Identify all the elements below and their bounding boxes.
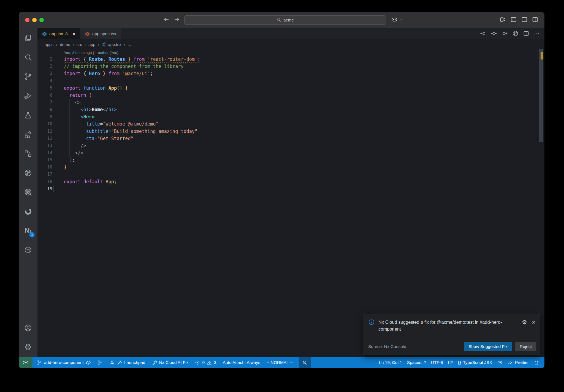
toggle-panel-button[interactable] <box>521 16 528 24</box>
back-button[interactable] <box>163 17 169 24</box>
show-suggested-fix-button[interactable]: Show Suggested Fix <box>464 342 512 351</box>
code-line-18: 18export default App; <box>37 178 544 186</box>
command-center-search[interactable]: acme <box>184 15 386 25</box>
code-line-19: 19 <box>37 185 544 193</box>
close-tab-icon[interactable]: ✕ <box>72 31 76 37</box>
code-line-5: 5export function App() { <box>37 85 544 92</box>
activity-item-project-graph[interactable] <box>19 163 37 183</box>
breadcrumb-label: demo <box>60 42 70 47</box>
status-label: Launchpad <box>124 360 145 365</box>
activity-item-run-and-debug[interactable] <box>19 86 37 105</box>
remote-indicator[interactable]: >< <box>19 357 32 368</box>
codelens[interactable]: You, 3 hours ago | 1 author (You) <box>64 51 118 55</box>
status-auto-attach[interactable]: Auto Attach: Always <box>220 357 263 368</box>
branch-icon <box>97 360 103 365</box>
tab-app.tsx[interactable]: app.tsx3✕ <box>37 28 80 39</box>
line-number: 7 <box>37 99 52 106</box>
split-editor-button[interactable] <box>523 30 529 38</box>
rocket-icon <box>109 360 115 365</box>
history-nav <box>163 12 180 28</box>
status-label: 3 <box>214 360 216 365</box>
open-changes-button[interactable] <box>491 30 497 38</box>
window-controls <box>25 18 44 22</box>
breadcrumb-item--[interactable]: ... <box>128 42 131 47</box>
gitlens-file-graph-button[interactable] <box>512 30 519 38</box>
status-language-mode[interactable]: {}TypeScript JSX <box>455 357 495 368</box>
breadcrumb[interactable]: apps›demo›src›app›app.tsx›... <box>37 39 544 49</box>
traffic-light-minimize[interactable] <box>32 18 37 22</box>
breadcrumb-item-apps[interactable]: apps <box>45 42 54 47</box>
scrollbar-thumb[interactable] <box>539 49 543 142</box>
status-cursor-position[interactable]: Ln 19, Col 1 <box>376 357 405 368</box>
breadcrumb-label: ... <box>128 42 131 47</box>
breadcrumb-item-src[interactable]: src <box>77 42 82 47</box>
status-encoding[interactable]: UTF-8 <box>429 357 446 368</box>
line-number: 13 <box>37 142 52 149</box>
titlebar: acme <box>19 12 544 28</box>
code-line-17: 17 <box>37 171 544 178</box>
activity-item-nx-console[interactable]: N›1 <box>19 221 37 240</box>
customize-layout-button[interactable] <box>500 16 506 24</box>
activity-item-extensions[interactable] <box>19 125 37 144</box>
open-changes-previous-button[interactable] <box>480 30 486 38</box>
code-line-12: 12 cta="Get Started" <box>37 135 544 142</box>
status-branch[interactable]: add-hero-component <box>34 357 94 368</box>
activity-item-source-control[interactable] <box>19 67 37 86</box>
status-problems[interactable]: 03 <box>192 357 219 368</box>
status-launchpad[interactable]: Launchpad <box>107 357 148 368</box>
breadcrumb-separator: › <box>73 42 74 47</box>
status-zoom-indicator[interactable] <box>299 357 311 368</box>
activity-item-accounts[interactable] <box>19 318 37 337</box>
checks-icon <box>508 360 513 365</box>
line-number: 17 <box>37 171 52 178</box>
tab-app.spec.tsx[interactable]: app.spec.tsx <box>80 28 121 39</box>
activity-item-explorer[interactable] <box>19 28 37 48</box>
notification-settings-gear-icon[interactable]: ⚙ <box>522 319 527 325</box>
traffic-light-close[interactable] <box>25 18 29 22</box>
status-vim-mode[interactable]: -- NORMAL -- <box>264 357 295 368</box>
status-nx-cloud-ai-fix[interactable]: Nx Cloud AI Fix <box>149 357 191 368</box>
breadcrumb-item-app[interactable]: app <box>88 42 95 47</box>
forward-button[interactable] <box>174 17 180 24</box>
breadcrumb-separator: › <box>85 42 86 47</box>
split-icon <box>523 30 529 37</box>
traffic-light-zoom[interactable] <box>39 18 44 22</box>
notification-close-icon[interactable]: ✕ <box>532 320 536 325</box>
circle-branch-icon <box>24 169 32 177</box>
copilot-menu[interactable] <box>391 12 403 28</box>
code-line-3: 3import { Hero } from '@acme/ui'; <box>37 70 544 77</box>
line-number: 19 <box>37 185 52 193</box>
editor-scrollbar[interactable] <box>539 49 543 357</box>
reject-button[interactable]: Reject <box>515 342 536 351</box>
status-eol[interactable]: LF <box>446 357 455 368</box>
breadcrumb-item-app-tsx[interactable]: app.tsx <box>102 42 121 47</box>
status-notifications-bell[interactable] <box>531 357 542 368</box>
status-label: UTF-8 <box>431 360 443 365</box>
tab-bar: app.tsx3✕app.spec.tsx <box>37 28 544 39</box>
code-editor[interactable]: You, 3 hours ago | 1 author (You) 1impor… <box>37 49 544 357</box>
more-actions-button[interactable] <box>534 30 540 38</box>
status-copilot-status[interactable] <box>495 357 505 368</box>
toggle-secondary-sidebar-button[interactable] <box>532 16 538 24</box>
activity-item-related-projects[interactable] <box>19 144 37 163</box>
activity-item-containers[interactable] <box>19 240 37 260</box>
remote-icon: >< <box>23 360 28 365</box>
breadcrumb-label: app <box>88 42 95 47</box>
circle-branch-icon <box>512 30 519 37</box>
status-bar-left: add-hero-componentLaunchpadNx Cloud AI F… <box>32 357 311 368</box>
tab-label: app.spec.tsx <box>92 31 116 36</box>
status-formatter[interactable]: Prettier <box>505 357 531 368</box>
breadcrumb-item-demo[interactable]: demo <box>60 42 70 47</box>
activity-item-search[interactable] <box>19 48 37 67</box>
status-source-control-graph[interactable] <box>95 357 105 368</box>
activity-item-settings[interactable]: ⚙ <box>19 337 37 357</box>
account-icon <box>24 324 32 332</box>
activity-item-edge-tools[interactable] <box>19 202 37 221</box>
activity-item-graph-search[interactable] <box>19 183 37 202</box>
status-indentation[interactable]: Spaces: 2 <box>405 357 429 368</box>
activity-item-testing[interactable] <box>19 105 37 125</box>
toggle-primary-sidebar-button[interactable] <box>510 16 517 24</box>
debug-icon <box>24 92 32 100</box>
line-number: 18 <box>37 178 52 186</box>
open-changes-next-button[interactable] <box>501 30 508 38</box>
